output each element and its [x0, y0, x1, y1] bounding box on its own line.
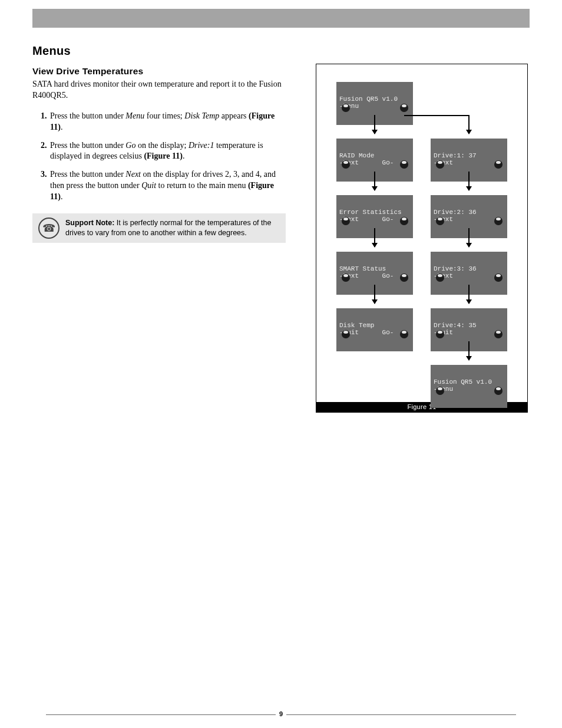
button-icon: [494, 160, 503, 169]
button-icon: [342, 160, 350, 169]
page-number: 9: [0, 710, 562, 717]
connector-line: [404, 115, 469, 116]
phone-icon: ☎: [38, 218, 59, 239]
steps-list: Press the button under Menu four times; …: [32, 111, 286, 203]
step-2: Press the button under Go on the display…: [49, 140, 286, 163]
button-icon: [436, 160, 444, 169]
arrow-down-icon: [468, 228, 470, 247]
arrow-down-icon: [374, 115, 375, 134]
figure-11: Fusion QR5 v1.0-Menu RAID Mode-Next Go- …: [316, 64, 528, 413]
button-icon: [436, 387, 444, 395]
arrow-down-icon: [468, 172, 470, 190]
button-icon: [494, 330, 503, 338]
button-icon: [436, 330, 444, 338]
arrow-down-icon: [374, 228, 375, 247]
intro-paragraph: SATA hard drives monitor their own tempe…: [32, 79, 286, 101]
button-icon: [342, 217, 350, 225]
step-1: Press the button under Menu four times; …: [49, 111, 286, 133]
support-note: ☎ Support Note: It is perfectly normal f…: [32, 213, 286, 243]
heading-main: Menus: [32, 44, 286, 58]
button-icon: [342, 104, 350, 112]
button-icon: [494, 387, 503, 395]
button-icon: [342, 274, 350, 282]
heading-sub: View Drive Temperatures: [32, 66, 286, 77]
button-icon: [342, 330, 350, 338]
step-3: Press the button under Next on the displ…: [49, 169, 286, 203]
button-icon: [436, 217, 444, 225]
arrow-down-icon: [468, 341, 470, 360]
button-icon: [436, 274, 444, 282]
button-icon: [400, 274, 408, 282]
arrow-down-icon: [374, 172, 375, 190]
header-bar: [32, 9, 530, 28]
button-icon: [400, 160, 408, 169]
arrow-down-icon: [374, 285, 375, 304]
button-icon: [400, 330, 408, 338]
support-note-text: Support Note: It is perfectly normal for…: [65, 218, 280, 238]
button-icon: [494, 217, 503, 225]
arrow-down-icon: [468, 115, 470, 134]
button-icon: [400, 217, 408, 225]
button-icon: [494, 274, 503, 282]
button-icon: [400, 104, 408, 112]
arrow-down-icon: [468, 285, 470, 304]
